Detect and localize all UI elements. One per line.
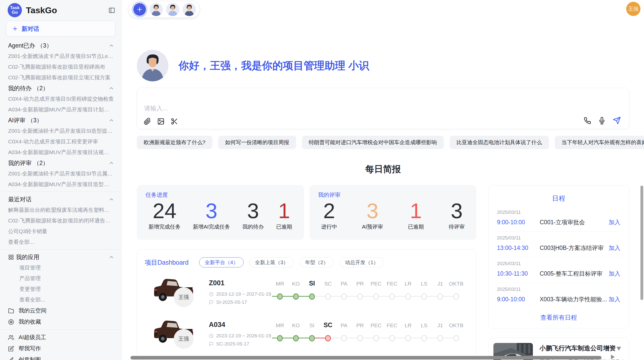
project-dates: 2023-12-19 ~ 2027-01-19 — [209, 291, 271, 297]
sidebar-item[interactable]: A034-全新新能源MUV产品开发项目造型可行性评审 — [0, 179, 121, 190]
sidebar-item[interactable]: A034-全新新能源MUV产品开发项目法规符合性评审 — [0, 147, 121, 158]
chat-composer[interactable]: 请输入... — [137, 88, 629, 129]
sidebar-item[interactable]: 查看全部... — [0, 237, 121, 247]
milestone-node — [453, 293, 459, 300]
attachment-icon[interactable] — [144, 118, 151, 125]
microphone-icon[interactable] — [598, 117, 606, 124]
project-dashboard-card: 项目Dashboard 全新平台（4）全新上装（3）年型（2）动总开发（1） 王… — [137, 249, 476, 360]
dashboard-header: 项目Dashboard 全新平台（4）全新上装（3）年型（2）动总开发（1） — [145, 257, 469, 267]
sidebar-item[interactable]: 公司Q3轻卡销量 — [0, 226, 121, 237]
chevron-up-icon[interactable] — [109, 43, 114, 48]
project-code: A034 — [209, 321, 225, 329]
horizontal-scrollbar[interactable] — [130, 356, 602, 359]
content: 你好，王强，我是你的项目管理助理 小识 请输入... 欧洲新规最近颁布了什么?如… — [122, 0, 644, 360]
scroll-down-arrow[interactable] — [617, 347, 621, 351]
stat-value: 3 — [449, 199, 465, 223]
add-collaborator-button[interactable] — [133, 3, 146, 16]
sidebar-item[interactable]: A034-全新新能源MUV产品开发项目计划变更表编写 — [0, 104, 121, 115]
sidebar-app-item[interactable]: 变更管理 — [0, 284, 121, 294]
stat-card-title[interactable]: 我的评审 — [318, 191, 341, 199]
user-avatar[interactable]: 王强 — [626, 2, 640, 16]
dashboard-tab[interactable]: 年型（2） — [300, 257, 334, 267]
sidebar-section-header[interactable]: 我的待办（2） — [0, 83, 121, 94]
send-icon[interactable] — [613, 116, 621, 125]
collapse-sidebar-icon[interactable] — [108, 7, 115, 14]
sidebar-section-header[interactable]: 我的评审（2） — [0, 158, 121, 168]
join-meeting-link[interactable]: 加入 — [609, 295, 620, 303]
sidebar-item[interactable]: 解释最新出台的欧盟报废车法规再生塑料比例被调至15%... — [0, 205, 121, 215]
project-dates-text: 2023-12-19 ~ 2027-01-19 — [216, 291, 271, 297]
sidebar-section-my-apps[interactable]: 我的应用 — [0, 252, 121, 262]
layout-grid-icon[interactable] — [622, 165, 629, 172]
chevron-up-icon[interactable] — [109, 117, 114, 123]
new-chat-button[interactable]: 新对话 — [6, 21, 115, 37]
phone-icon[interactable] — [584, 117, 591, 124]
collaborator-avatar[interactable] — [166, 3, 179, 16]
sidebar-item-label: 创意制图 — [19, 356, 41, 360]
dashboard-tab[interactable]: 全新平台（4） — [199, 257, 244, 267]
project-row[interactable]: 王强Z0012023-12-19 ~ 2027-01-19SI-2025-05-… — [145, 272, 469, 309]
sidebar-header: Task Go TaskGo — [0, 0, 121, 20]
clock-icon — [209, 292, 214, 297]
milestone-track: MRKOSISCPAPRPECFECLRLSJ1OKTB — [272, 280, 473, 302]
logo-line1: Task — [10, 6, 20, 10]
chevron-up-icon[interactable] — [109, 160, 114, 166]
join-meeting-link[interactable]: 加入 — [609, 218, 620, 226]
stat: 1已逾期 — [276, 199, 292, 230]
sidebar-item[interactable]: C0X4-动力总成开发项目SI里程碑提交物检查 — [0, 94, 121, 104]
chevron-up-icon[interactable] — [109, 85, 114, 91]
suggestion-chip[interactable]: 如何写一份清晰的项目周报 — [218, 136, 296, 149]
collaborator-avatar[interactable] — [183, 3, 196, 16]
folder-icon — [8, 308, 14, 314]
sidebar-tool-pen[interactable]: 创意制图 — [0, 354, 121, 360]
schedule-name: C003|H0B-方案冻结评审 — [540, 244, 609, 252]
join-meeting-link[interactable]: 加入 — [609, 244, 620, 252]
sidebar-item-label: 帮我写作 — [19, 345, 41, 352]
sidebar-item[interactable]: C0X4-动力总成开发项目工程变更评审 — [0, 136, 121, 147]
project-row[interactable]: 王强A0342023-12-19 ~ 2026-01-19SC-2025-05-… — [145, 313, 469, 351]
composer-left-icons — [144, 118, 178, 125]
sidebar-item[interactable]: C02-飞腾新能源轻客改款项目的闭环通告反馈情况 — [0, 215, 121, 226]
sidebar-item[interactable]: Z001-全新燃油轻卡产品开发项目SI节点属性5D文件评审 — [0, 168, 121, 179]
sidebar-item[interactable]: C02-飞腾新能源轻客改款项目立项汇报方案 — [0, 72, 121, 83]
composer-right-icons — [584, 116, 621, 125]
stat-label: 新增AI完成任务 — [193, 223, 230, 230]
sidebar-item-folder[interactable]: 我的云空间 — [0, 305, 121, 316]
sidebar-section-header[interactable]: Agent已办（3） — [0, 40, 121, 51]
sidebar-item-star[interactable]: 我的收藏 — [0, 316, 121, 327]
sidebar-section-header[interactable]: AI评审（3） — [0, 115, 121, 126]
schedule-row: 10:30-11:30C005-整车工程目标评审加入 — [497, 270, 620, 278]
sidebar-item[interactable]: C02-飞腾新能源轻客改款项目里程碑画布 — [0, 62, 121, 72]
dashboard-tab[interactable]: 全新上装（3） — [249, 257, 294, 267]
sidebar-app-item[interactable]: 产品管理 — [0, 273, 121, 284]
schedule-item: 2025/03/119:00-10:00X003-车辆动力学性能验...加入 — [497, 283, 620, 308]
view-all-schedule-link[interactable]: 查看所有日程 — [497, 310, 620, 322]
suggestion-chip[interactable]: 欧洲新规最近颁布了什么? — [137, 136, 212, 149]
collaborator-avatar[interactable] — [150, 3, 163, 16]
sidebar-tool-users[interactable]: AI超级员工 — [0, 332, 121, 343]
vertical-scrollbar[interactable] — [640, 186, 643, 300]
sidebar-item[interactable]: Z001-全新燃油轻卡产品开发项目SI造型提交物评审 — [0, 126, 121, 136]
scroll-right-arrow[interactable] — [611, 355, 615, 359]
sidebar-item[interactable]: Z001-全新燃油皮卡产品开发项目SI节点Lesson Learn报告 — [0, 51, 121, 62]
left-column: 任务进度24新增完成任务3新增AI完成任务3我的待办1已逾期我的评审2进行中3A… — [137, 185, 476, 360]
notification-bell-icon[interactable] — [614, 5, 622, 12]
chevron-up-icon[interactable] — [109, 197, 114, 202]
section-title: AI评审 — [8, 116, 25, 124]
stat-value: 2 — [321, 199, 337, 223]
sidebar-app-item[interactable]: 查看全部... — [0, 294, 121, 305]
sidebar-section-header[interactable]: 最近对话 — [0, 194, 121, 205]
image-icon[interactable] — [157, 118, 165, 125]
suggestion-chip[interactable]: 特朗普可能对进口汽车增税会对中国车企造成哪些影响 — [302, 136, 444, 149]
sidebar-tool-write[interactable]: 帮我写作 — [0, 343, 121, 354]
dashboard-tab[interactable]: 动总开发（1） — [340, 257, 384, 267]
chevron-up-icon[interactable] — [109, 254, 114, 260]
stat: 3我的待办 — [242, 199, 264, 230]
join-meeting-link[interactable]: 加入 — [609, 270, 620, 278]
star-icon — [8, 319, 14, 325]
suggestion-chip[interactable]: 当下年轻人对汽车外观有怎样的喜好趋势 — [555, 136, 644, 149]
stat-card-title[interactable]: 任务进度 — [145, 191, 168, 199]
suggestion-chip[interactable]: 比亚迪全固态电池计划具体说了什么 — [450, 136, 549, 149]
scissors-icon[interactable] — [171, 118, 178, 125]
sidebar-app-item[interactable]: 项目管理 — [0, 262, 121, 273]
